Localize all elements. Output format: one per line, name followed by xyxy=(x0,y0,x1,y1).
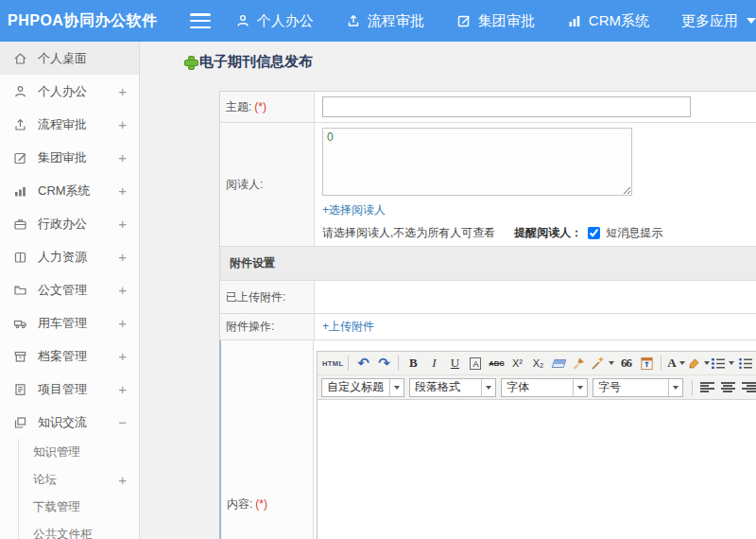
editor-content-area[interactable] xyxy=(318,400,756,539)
sms-notify-checkbox[interactable] xyxy=(588,227,600,239)
readers-textarea[interactable]: 0 xyxy=(322,128,632,196)
format-painter-icon[interactable] xyxy=(570,354,589,374)
sidebar-subitem-download-mgmt[interactable]: 下载管理 xyxy=(19,494,139,521)
menu-toggle-icon[interactable] xyxy=(190,13,211,28)
expand-icon[interactable]: + xyxy=(118,83,127,99)
sidebar-subitem-forum[interactable]: 论坛 + xyxy=(19,466,139,494)
person-icon xyxy=(12,84,28,99)
html-source-button[interactable]: HTML xyxy=(322,354,343,374)
expand-icon[interactable]: + xyxy=(118,348,127,364)
briefcase-icon xyxy=(12,217,28,232)
caret-down-icon xyxy=(679,361,685,365)
autoformat-wand-icon[interactable] xyxy=(591,354,614,374)
sidebar-subitem-public-cabinet[interactable]: 公共文件柜 xyxy=(19,521,139,539)
undo-icon[interactable]: ↶ xyxy=(353,354,372,374)
bold-button[interactable]: B xyxy=(404,354,422,374)
nav-group-approval[interactable]: 集团审批 xyxy=(456,12,535,30)
sidebar-item-vehicle-mgmt[interactable]: 用车管理 + xyxy=(0,306,139,339)
expand-icon[interactable]: + xyxy=(118,282,127,298)
subscript-button[interactable]: X₂ xyxy=(528,354,547,374)
sidebar-item-crm[interactable]: CRM系统 + xyxy=(0,174,139,207)
font-family-select[interactable]: 字体 xyxy=(501,378,588,397)
remind-readers-label: 提醒阅读人： xyxy=(514,225,582,241)
sidebar-item-project-mgmt[interactable]: 项目管理 + xyxy=(0,373,139,406)
subject-input[interactable] xyxy=(322,96,691,117)
sidebar-item-admin-office[interactable]: 行政办公 + xyxy=(0,207,139,240)
expand-icon[interactable]: + xyxy=(118,149,127,165)
caret-down-icon xyxy=(609,361,614,365)
page-title: 电子期刊信息发布 xyxy=(184,53,313,71)
expand-icon[interactable]: + xyxy=(118,183,127,199)
expand-icon[interactable]: + xyxy=(118,381,127,397)
align-left-icon[interactable] xyxy=(697,377,716,397)
caret-down-icon xyxy=(668,379,682,396)
custom-heading-select[interactable]: 自定义标题 xyxy=(321,378,404,397)
underline-button[interactable]: U xyxy=(445,354,464,374)
uploaded-attachments-value xyxy=(315,281,756,313)
layers-icon xyxy=(12,415,28,430)
attachment-actions-row: 附件操作: +上传附件 xyxy=(220,314,756,340)
redo-icon[interactable]: ↷ xyxy=(374,354,393,374)
sidebar-item-workflow-approval[interactable]: 流程审批 + xyxy=(0,108,139,141)
nav-more-apps[interactable]: 更多应用 xyxy=(681,12,756,30)
caret-down-icon xyxy=(704,361,710,365)
share-arrow-icon xyxy=(12,117,28,132)
sidebar-item-document-mgmt[interactable]: 公文管理 + xyxy=(0,273,139,306)
sidebar-item-desktop[interactable]: 个人桌面 xyxy=(0,42,139,75)
expand-icon[interactable]: + xyxy=(118,472,127,488)
uploaded-attachments-label: 已上传附件: xyxy=(220,281,315,313)
font-color-button[interactable]: A xyxy=(666,354,685,374)
sidebar-item-hr[interactable]: 人力资源 + xyxy=(0,240,139,273)
add-icon xyxy=(184,56,197,68)
nav-crm-system[interactable]: CRM系统 xyxy=(567,12,649,30)
bar-chart-icon xyxy=(567,13,582,28)
editor-toolbar: HTML ↶ ↷ B I U A ABC X² X₂ xyxy=(318,352,756,400)
sidebar-subitem-knowledge-mgmt[interactable]: 知识管理 xyxy=(19,439,139,466)
strikethrough-button[interactable]: ABC xyxy=(487,354,506,374)
nav-workflow-approval[interactable]: 流程审批 xyxy=(346,12,424,30)
top-bar: PHPOA协同办公软件 个人办公 流程审批 集团审批 CRM系统 更多应用 xyxy=(0,0,756,42)
italic-button[interactable]: I xyxy=(424,354,443,374)
sidebar-item-personal-office[interactable]: 个人办公 + xyxy=(0,75,139,108)
attachments-section-header: 附件设置 xyxy=(220,247,756,281)
home-icon xyxy=(12,51,28,66)
caret-down-icon xyxy=(747,18,756,24)
archive-icon xyxy=(12,349,28,364)
readers-hint: 请选择阅读人,不选为所有人可查看 xyxy=(322,225,495,241)
font-background-button[interactable]: A xyxy=(470,357,481,370)
align-center-icon[interactable] xyxy=(718,377,737,397)
collapse-icon[interactable]: − xyxy=(118,414,127,430)
unordered-list-icon[interactable] xyxy=(736,354,755,374)
highlight-pen-icon[interactable] xyxy=(687,354,710,374)
rich-text-editor: HTML ↶ ↷ B I U A ABC X² X₂ xyxy=(317,351,756,539)
readers-row: 阅读人: 0 +选择阅读人 请选择阅读人,不选为所有人可查看 提醒阅读人： 短消… xyxy=(220,123,756,247)
sms-notify-label: 短消息提示 xyxy=(606,225,662,241)
expand-icon[interactable]: + xyxy=(118,116,127,132)
folder-icon xyxy=(12,283,28,298)
select-readers-link[interactable]: +选择阅读人 xyxy=(322,202,386,218)
caret-down-icon xyxy=(573,379,587,396)
expand-icon[interactable]: + xyxy=(118,315,127,331)
ordered-list-icon[interactable] xyxy=(712,354,734,374)
subject-label: 主题:(*) xyxy=(220,92,315,122)
paste-icon[interactable] xyxy=(637,354,656,374)
blockquote-button[interactable]: 66 xyxy=(616,354,635,374)
sidebar-item-group-approval[interactable]: 集团审批 + xyxy=(0,141,139,174)
nav-personal-office[interactable]: 个人办公 xyxy=(235,12,314,30)
upload-attachment-link[interactable]: +上传附件 xyxy=(322,319,374,335)
paragraph-format-select[interactable]: 段落格式 xyxy=(409,378,496,397)
superscript-button[interactable]: X² xyxy=(507,354,526,374)
eraser-icon[interactable] xyxy=(549,354,568,374)
main-content: 电子期刊信息发布 主题:(*) 阅读人: 0 +选择阅读人 请选择阅读人,不 xyxy=(141,42,756,539)
sidebar-item-knowledge-exchange[interactable]: 知识交流 − xyxy=(0,406,139,439)
bar-chart-icon xyxy=(12,183,28,199)
required-mark: (*) xyxy=(254,100,266,113)
expand-icon[interactable]: + xyxy=(118,249,127,265)
expand-icon[interactable]: + xyxy=(118,216,127,232)
edit-icon xyxy=(12,150,28,165)
caret-down-icon xyxy=(729,361,734,365)
font-size-select[interactable]: 字号 xyxy=(593,378,683,397)
align-right-icon[interactable] xyxy=(739,377,756,397)
readers-label: 阅读人: xyxy=(220,123,315,246)
sidebar-item-archive-mgmt[interactable]: 档案管理 + xyxy=(0,339,139,373)
